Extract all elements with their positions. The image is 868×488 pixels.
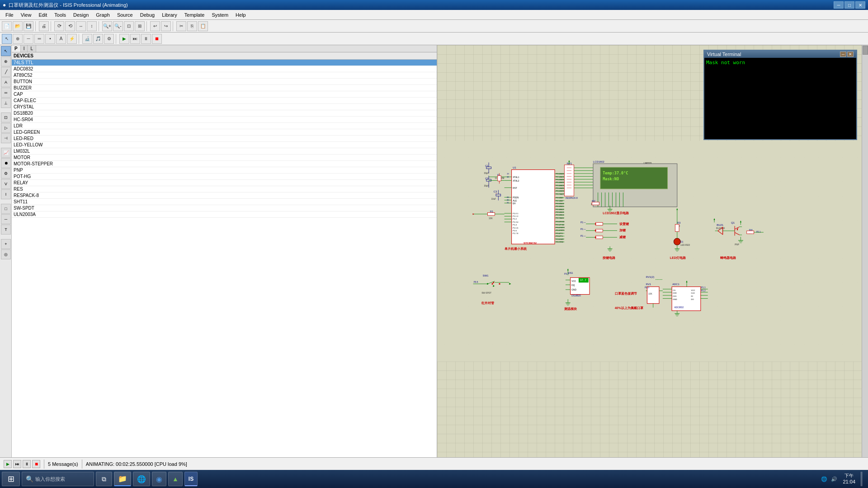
new-button[interactable]: 📄 [2,21,12,31]
device-item-crystal[interactable]: CRYSTAL [12,104,437,110]
zoom-area[interactable]: ⊞ [135,21,145,31]
pin-tool[interactable]: ⊣ [1,133,11,143]
device-item-sw-spdt[interactable]: SW-SPDT [12,205,437,211]
device-item-led-red[interactable]: LED-RED [12,136,437,142]
taskbar-android[interactable]: ▲ [168,472,183,486]
cut-button[interactable]: ✂ [176,21,186,31]
show-desktop-button[interactable] [861,472,863,486]
menu-debug[interactable]: Debug [137,11,158,19]
device-item-pnp[interactable]: PNP [12,167,437,174]
device-list[interactable]: 74LS TTL ADC0832 AT89C52 BUTTON BUZZER C… [12,60,437,457]
save-button[interactable]: 💾 [24,21,33,31]
tab-p[interactable]: P [12,45,21,52]
mirror-h[interactable]: ↔ [76,21,86,31]
menu-source[interactable]: Source [113,11,137,19]
power-tool[interactable]: ⚡ [67,34,77,44]
volt-probe-tool[interactable]: V [1,179,11,189]
bus-tool[interactable]: ═ [34,34,44,44]
menu-view[interactable]: View [17,11,35,19]
device-item-pot-hg[interactable]: POT-HG [12,174,437,180]
taskbar-chrome[interactable]: ◉ [152,472,166,486]
tab-i[interactable]: I [21,45,28,52]
probe-tool[interactable]: 🔬 [82,34,92,44]
device-item-motor-stepper[interactable]: MOTOR-STEPPER [12,161,437,167]
taskbar-edge[interactable]: 🌐 [133,472,150,486]
subcircuit-tool[interactable]: ⊡ [1,113,11,122]
goto-origin-tool[interactable]: ◎ [1,249,11,259]
clock-display[interactable]: 下午 21:04 [843,473,855,485]
search-bar[interactable]: 🔍 输入你想搜索 [22,472,94,486]
sim-pause[interactable]: ⏸ [141,34,151,44]
maximize-button[interactable]: □ [844,1,854,9]
device-item-motor[interactable]: MOTOR [12,155,437,161]
menu-help[interactable]: Help [232,11,250,19]
generator-tool[interactable]: ⚙ [104,34,114,44]
print-button[interactable]: 🖨 [39,21,49,31]
bus-place-tool[interactable]: ═ [1,88,11,98]
component-tool[interactable]: ⊕ [13,34,23,44]
sim-stop[interactable]: ⏹ [152,34,162,44]
device-item-cap[interactable]: CAP [12,91,437,98]
label-tool[interactable]: A [56,34,66,44]
label-place-tool[interactable]: A [1,77,11,87]
close-button[interactable]: ✕ [855,1,865,9]
open-button[interactable]: 📂 [13,21,23,31]
wire-tool[interactable]: ─ [24,34,33,44]
curr-probe-tool[interactable]: I [1,189,11,199]
device-item-res[interactable]: RES [12,186,437,192]
device-item-button[interactable]: BUTTON [12,79,437,85]
menu-file[interactable]: File [2,11,17,19]
2d-box-tool[interactable]: □ [1,204,11,214]
play-button[interactable]: ▶ [4,460,12,468]
device-item-led-yellow[interactable]: LED-YELLOW [12,142,437,148]
device-item-lm032l[interactable]: LM032L [12,148,437,155]
device-item-ldr[interactable]: LDR [12,123,437,129]
vt-close[interactable]: ✕ [847,52,854,57]
menu-graph[interactable]: Graph [92,11,113,19]
zoom-in[interactable]: 🔍+ [102,21,112,31]
select-tool[interactable]: ↖ [2,34,12,44]
wire-place-tool[interactable]: ╱ [1,67,11,77]
pointer-tool[interactable]: ↖ [1,46,11,56]
taskbar-isis[interactable]: IS [184,472,198,486]
device-item-74ls[interactable]: 74LS TTL [12,60,437,66]
menu-library[interactable]: Library [158,11,181,19]
taskbar-file-explorer[interactable]: 📁 [114,472,131,486]
menu-template[interactable]: Template [181,11,208,19]
paste-button[interactable]: 📋 [198,21,208,31]
device-item-uln2003a[interactable]: ULN2003A [12,211,437,218]
terminal-tool[interactable]: ▷ [1,123,11,133]
zoom-out[interactable]: 🔍- [113,21,123,31]
device-item-ds18b20[interactable]: DS18B20 [12,110,437,117]
tape-tool[interactable]: 🎵 [93,34,103,44]
scrollbar-thumb[interactable] [863,46,868,55]
tape-rec-tool[interactable]: ⏺ [1,158,11,168]
stop-button[interactable]: ⏹ [32,460,40,468]
device-item-hc-sr04[interactable]: HC-SR04 [12,117,437,123]
vt-minimize[interactable]: ─ [840,52,846,57]
zoom-fit[interactable]: ⊡ [124,21,134,31]
menu-system[interactable]: System [208,11,232,19]
minimize-button[interactable]: ─ [834,1,844,9]
start-button[interactable]: ⊞ [2,472,20,486]
device-item-adc0832[interactable]: ADC0832 [12,66,437,72]
mirror-v[interactable]: ↕ [87,21,97,31]
power-place-tool[interactable]: ⊥ [1,98,11,108]
device-item-respack[interactable]: RESPACK-8 [12,192,437,199]
gen-place-tool[interactable]: ⚙ [1,169,11,178]
redo-button[interactable]: ↪ [161,21,171,31]
device-item-relay[interactable]: RELAY [12,180,437,186]
junction-tool[interactable]: • [45,34,55,44]
menu-tools[interactable]: Tools [51,11,70,19]
rotate-ccw[interactable]: ⟲ [65,21,75,31]
2d-line-tool[interactable]: ─ [1,214,11,224]
step-button[interactable]: ⏭ [13,460,21,468]
canvas-area[interactable]: STC89C52 U1 XTAL1 XTAL2 RST PSEN ALE EA … [437,45,862,457]
component-place-tool[interactable]: ⊕ [1,56,11,66]
sim-step[interactable]: ⏭ [130,34,140,44]
copy-button[interactable]: ⎘ [187,21,197,31]
zoom-point-tool[interactable]: + [1,239,11,249]
device-item-buzzer[interactable]: BUZZER [12,85,437,91]
pause-button[interactable]: ⏸ [23,460,31,468]
menu-design[interactable]: Design [70,11,92,19]
